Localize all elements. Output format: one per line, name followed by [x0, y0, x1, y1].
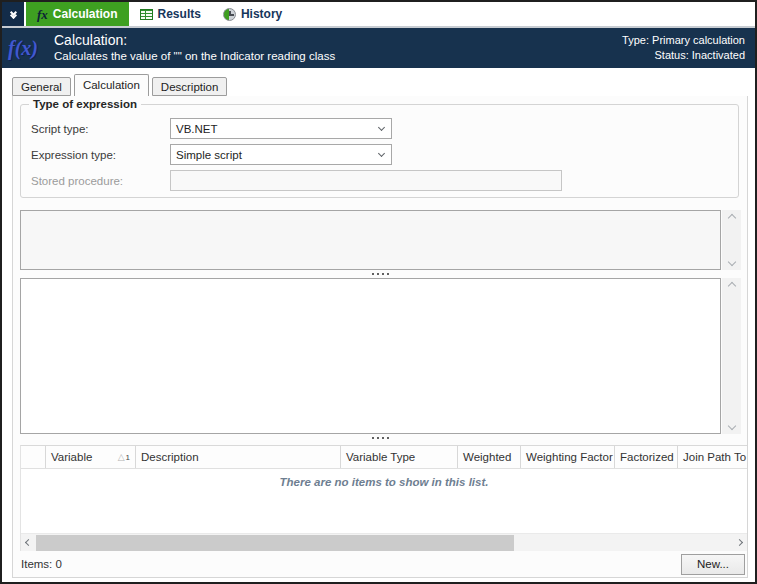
variables-table: Variable △ 1 Description Variable Type W… [20, 445, 747, 551]
column-header-variable[interactable]: Variable △ 1 [46, 446, 136, 468]
splitter-dot [377, 437, 379, 439]
tab-description[interactable]: Description [152, 77, 228, 96]
toolbar-item-label: Results [158, 7, 201, 21]
splitter-dot [372, 273, 374, 275]
results-grid-icon [140, 9, 153, 20]
splitter-dot [372, 437, 374, 439]
script-type-value: VB.NET [176, 123, 218, 135]
splitter-handle[interactable] [20, 270, 741, 278]
script-type-row: Script type: VB.NET [31, 118, 728, 139]
group-title: Type of expression [29, 98, 141, 110]
toolbar-item-history[interactable]: History [212, 2, 293, 26]
scroll-right-icon [736, 539, 743, 546]
horizontal-scrollbar[interactable] [21, 533, 747, 551]
expression-editor-row [20, 278, 741, 434]
type-label: Type: Primary calculation [622, 33, 745, 48]
items-count: Items: 0 [21, 558, 62, 570]
tabstrip: General Calculation Description [2, 74, 755, 96]
stored-procedure-input [170, 170, 562, 191]
header-meta: Type: Primary calculation Status: Inacti… [622, 33, 745, 63]
new-button[interactable]: New... [681, 554, 745, 575]
splitter-handle[interactable] [20, 434, 741, 442]
scrollbar-thumb[interactable] [36, 535, 514, 551]
column-label: Variable [51, 451, 92, 463]
history-clock-icon [223, 8, 236, 21]
sort-ascending-icon: △ 1 [118, 453, 130, 462]
expression-preview-panel[interactable] [20, 210, 721, 270]
toolbar-item-label: History [241, 7, 282, 21]
column-header-weighting-factor[interactable]: Weighting Factor [521, 446, 615, 468]
column-header-factorized[interactable]: Factorized [615, 446, 678, 468]
scroll-right-button[interactable] [732, 534, 747, 552]
fx-icon: fx [37, 8, 48, 21]
tab-general[interactable]: General [12, 77, 71, 96]
expression-type-row: Expression type: Simple script [31, 144, 728, 165]
formula-fx-icon: f(x) [8, 37, 54, 60]
scroll-down-icon[interactable] [727, 258, 735, 266]
column-header-row-selector[interactable] [21, 446, 46, 468]
splitter-dot [377, 273, 379, 275]
double-chevron-down-icon [9, 12, 16, 19]
scroll-left-icon [25, 539, 32, 546]
chevron-down-icon [378, 150, 385, 157]
preview-scrollbar[interactable] [722, 210, 741, 270]
page-subtitle: Calculates the value of "" on the Indica… [54, 49, 622, 64]
tab-calculation[interactable]: Calculation [74, 74, 149, 96]
splitter-dot [387, 437, 389, 439]
toolbar-item-results[interactable]: Results [129, 2, 212, 26]
calculation-window: fx Calculation Results History f(x) Calc… [0, 0, 757, 584]
toolbar-item-label: Calculation [53, 7, 118, 21]
page-title: Calculation: [54, 32, 622, 49]
header-text: Calculation: Calculates the value of "" … [54, 32, 622, 64]
status-label: Status: Inactivated [622, 48, 745, 63]
chevron-down-icon [378, 124, 385, 131]
column-header-join-path[interactable]: Join Path To [678, 446, 747, 468]
calculation-tab-page: Type of expression Script type: VB.NET E… [12, 95, 748, 578]
page-header: f(x) Calculation: Calculates the value o… [2, 28, 755, 68]
editor-scrollbar[interactable] [722, 278, 741, 434]
type-of-expression-group: Type of expression Script type: VB.NET E… [20, 104, 739, 198]
stored-procedure-row: Stored procedure: [31, 170, 728, 191]
variables-table-header: Variable △ 1 Description Variable Type W… [21, 446, 747, 469]
splitter-dot [382, 437, 384, 439]
scroll-down-icon[interactable] [727, 422, 735, 430]
variables-table-body: There are no items to show in this list. [21, 469, 747, 533]
expression-type-select[interactable]: Simple script [170, 144, 392, 165]
empty-list-message: There are no items to show in this list. [21, 476, 747, 488]
expression-type-value: Simple script [176, 149, 242, 161]
expression-editor-panel[interactable] [20, 278, 721, 434]
toolbar-item-calculation[interactable]: fx Calculation [26, 2, 129, 26]
expression-type-label: Expression type: [31, 149, 170, 161]
scroll-left-button[interactable] [21, 534, 36, 552]
collapse-toolbar-button[interactable] [2, 2, 24, 26]
view-toolbar: fx Calculation Results History [2, 2, 755, 28]
column-header-description[interactable]: Description [136, 446, 341, 468]
column-header-variable-type[interactable]: Variable Type [341, 446, 458, 468]
scroll-up-icon[interactable] [727, 214, 735, 222]
stored-procedure-label: Stored procedure: [31, 175, 170, 187]
column-header-weighted[interactable]: Weighted [458, 446, 521, 468]
splitter-dot [387, 273, 389, 275]
status-bar: Items: 0 New... [20, 551, 747, 575]
splitter-dot [382, 273, 384, 275]
script-type-select[interactable]: VB.NET [170, 118, 392, 139]
script-type-label: Script type: [31, 123, 170, 135]
scroll-up-icon[interactable] [727, 282, 735, 290]
expression-preview-row [20, 210, 741, 270]
